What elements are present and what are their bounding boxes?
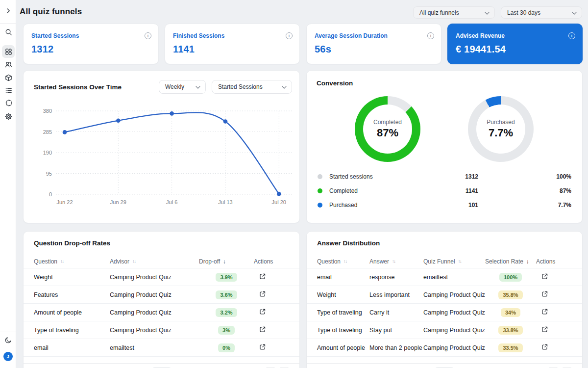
list-icon — [5, 87, 12, 94]
column-header-actions: Actions — [254, 258, 289, 265]
cell-actions — [536, 289, 572, 300]
column-header-question[interactable]: Question↑↓ — [317, 258, 369, 265]
funnel-filter-dropdown[interactable]: All quiz funnels — [413, 6, 495, 19]
open-external-button[interactable] — [258, 272, 267, 283]
cell-question: Amount of people — [34, 309, 110, 316]
column-header-answer[interactable]: Answer↑↓ — [369, 258, 423, 265]
column-header-quiz-funnel[interactable]: Quiz Funnel↑↓ — [423, 258, 485, 265]
cell-actions — [536, 307, 572, 318]
open-external-button[interactable] — [258, 342, 267, 353]
metric-dropdown[interactable]: Started Sessions — [212, 80, 292, 94]
conversion-legend: Started sessions1312100%Completed114187%… — [307, 169, 582, 212]
chevron-down-icon — [196, 83, 200, 90]
open-external-button[interactable] — [540, 307, 549, 318]
rate-badge: 3% — [218, 326, 235, 335]
data-point[interactable] — [116, 118, 121, 123]
data-point[interactable] — [223, 119, 228, 124]
x-axis-tick: Jul 20 — [272, 199, 286, 205]
data-point[interactable] — [63, 130, 67, 134]
sidebar-item-search[interactable] — [2, 26, 15, 38]
cell-question: email — [317, 274, 369, 281]
sidebar: J — [0, 0, 16, 368]
cell-funnel: Camping Product Quiz — [423, 309, 485, 316]
column-header-advisor[interactable]: Advisor↑↓ — [110, 258, 199, 265]
open-external-button[interactable] — [540, 325, 549, 336]
stat-card-session-duration: Average Session Duration 56s i — [306, 24, 441, 64]
cell-question: Weight — [34, 274, 110, 281]
quiz-analytics-dashboard: { "header": { "title": "All quiz funnels… — [0, 0, 588, 368]
table-row: FeaturesCamping Product Quiz3.6% — [24, 286, 299, 304]
data-point[interactable] — [170, 111, 174, 116]
open-external-button[interactable] — [258, 289, 267, 300]
cell-dropoff: 3.9% — [199, 273, 254, 282]
legend-row: Started sessions1312100% — [307, 169, 582, 184]
info-icon[interactable]: i — [427, 32, 434, 39]
table-row: Type of travelingCamping Product Quiz3% — [24, 321, 299, 339]
sidebar-item-products[interactable] — [2, 71, 15, 84]
sidebar-item-lists[interactable] — [2, 84, 15, 97]
cell-question: Type of traveling — [34, 327, 110, 334]
stat-value: 1141 — [173, 44, 195, 55]
cell-answer: More than 2 people — [369, 344, 423, 351]
open-external-button[interactable] — [258, 325, 267, 336]
stat-value: € 19441.54 — [456, 44, 506, 55]
column-header-drop-off[interactable]: Drop-off↓ — [199, 258, 254, 265]
info-icon[interactable]: i — [286, 32, 293, 39]
column-label: Question — [34, 258, 57, 265]
cell-rate: 33.5% — [485, 343, 536, 352]
cell-actions — [536, 325, 572, 336]
table-header: Question↑↓Advisor↑↓Drop-off↓Actions — [24, 255, 299, 268]
stat-value: 1312 — [31, 44, 53, 55]
external-link-icon — [259, 343, 266, 352]
sidebar-footer-divider — [0, 332, 16, 332]
open-external-button[interactable] — [540, 272, 549, 283]
donut-label: Purchased — [487, 119, 514, 126]
column-header-question[interactable]: Question↑↓ — [34, 258, 110, 265]
info-icon[interactable]: i — [568, 32, 575, 39]
sidebar-item-customers[interactable] — [2, 58, 15, 71]
date-range-dropdown[interactable]: Last 30 days — [501, 6, 582, 19]
sessions-over-time-card: Started Sessions Over Time Weekly Starte… — [23, 70, 300, 223]
puzzle-icon — [5, 100, 12, 107]
column-label: Drop-off — [199, 258, 220, 265]
user-avatar[interactable]: J — [3, 352, 13, 361]
legend-dot — [318, 203, 322, 208]
sidebar-item-integrations[interactable] — [2, 97, 15, 109]
cell-actions — [536, 342, 572, 353]
open-external-button[interactable] — [258, 307, 267, 318]
sort-icon: ↑↓ — [60, 259, 64, 264]
sidebar-item-settings[interactable] — [2, 110, 15, 123]
sidebar-expand-button[interactable] — [2, 4, 15, 17]
column-header-selection-rate[interactable]: Selection Rate↓ — [485, 258, 536, 265]
cell-actions — [254, 289, 289, 300]
y-axis-tick: 0 — [49, 191, 52, 197]
dark-mode-toggle[interactable] — [2, 334, 15, 346]
cell-answer: response — [369, 274, 423, 281]
open-external-button[interactable] — [540, 289, 549, 300]
info-icon[interactable]: i — [145, 32, 151, 39]
sort-icon: ↑↓ — [343, 259, 347, 264]
interval-dropdown[interactable]: Weekly — [159, 80, 206, 94]
open-external-button[interactable] — [540, 342, 549, 353]
rate-badge: 34% — [501, 308, 520, 317]
legend-dot — [318, 188, 322, 193]
conversion-card: Conversion Completed 87% Purchased 7.7% … — [306, 70, 583, 223]
rate-badge: 33.8% — [498, 326, 522, 335]
sort-desc-icon: ↓ — [223, 259, 226, 264]
legend-count: 1141 — [415, 187, 478, 194]
cell-actions — [536, 272, 572, 283]
column-label: Actions — [536, 258, 555, 265]
cell-advisor: Camping Product Quiz — [110, 291, 199, 298]
external-link-icon — [541, 343, 548, 352]
cell-rate: 100% — [485, 273, 536, 282]
table-body: WeightCamping Product Quiz3.9%FeaturesCa… — [24, 268, 299, 357]
rate-badge: 33.5% — [498, 343, 522, 352]
legend-label: Started sessions — [329, 173, 415, 180]
y-axis-tick: 190 — [43, 150, 52, 156]
sessions-line-chart: 095190285380Jun 22Jun 29Jul 6Jul 13Jul 2… — [24, 99, 300, 212]
cell-rate: 35.8% — [485, 290, 536, 299]
sidebar-item-dashboard[interactable] — [2, 45, 15, 58]
metric-value: Started Sessions — [218, 83, 263, 90]
data-point[interactable] — [277, 192, 281, 196]
question-dropoff-card: Question Drop-off Rates Question↑↓Adviso… — [23, 231, 300, 368]
